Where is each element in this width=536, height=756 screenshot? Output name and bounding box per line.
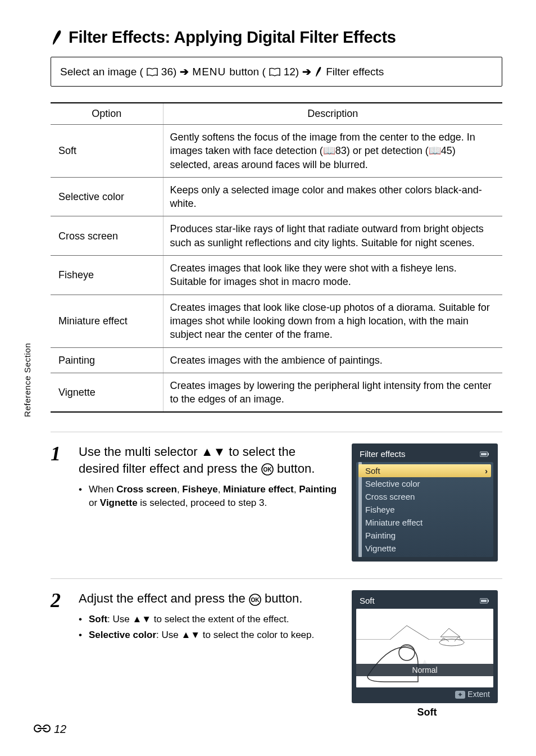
- table-row: FisheyeCreates images that look like the…: [51, 256, 502, 295]
- ok-button-icon: OK: [249, 594, 261, 606]
- brush-icon: [315, 66, 322, 78]
- preview-canvas: Normal: [356, 609, 493, 687]
- svg-rect-9: [481, 600, 487, 602]
- book-ref-icon: [269, 67, 280, 76]
- lcd2-footer: ✦Extent: [356, 687, 493, 699]
- opt: Soft: [51, 125, 163, 178]
- page-number: 12: [54, 723, 66, 736]
- desc: Creates images with the ambience of pain…: [163, 347, 502, 373]
- opt: Fisheye: [51, 256, 163, 295]
- step-1: 1 Use the multi selector ▲▼ to select th…: [51, 432, 502, 578]
- desc: Keeps only a selected image color and ma…: [163, 177, 502, 216]
- section-tab: Reference Section: [22, 343, 32, 417]
- link-icon: [34, 723, 51, 736]
- step-bullet: Soft: Use ▲▼ to select the extent of the…: [79, 613, 339, 626]
- table-row: Cross screenProduces star-like rays of l…: [51, 216, 502, 256]
- breadcrumb-ref2: 12): [284, 66, 299, 78]
- lcd-item[interactable]: Painting: [356, 529, 493, 542]
- table-row: PaintingCreates images with the ambience…: [51, 347, 502, 373]
- step-title: Adjust the effect and press the OK butto…: [79, 590, 339, 607]
- lcd-item-soft[interactable]: Soft: [358, 464, 491, 477]
- breadcrumb-ref1: 36): [161, 66, 176, 78]
- extent-bar[interactable]: Normal: [356, 664, 493, 676]
- book-ref-icon: [147, 67, 158, 76]
- lcd-item[interactable]: Fisheye: [356, 503, 493, 516]
- opt: Vignette: [51, 373, 163, 412]
- table-row: VignetteCreates images by lowering the p…: [51, 373, 502, 412]
- desc: Produces star-like rays of light that ra…: [163, 216, 502, 256]
- lcd-filter-list: Filter effects Soft Selective color Cros…: [352, 443, 498, 562]
- table-row: Selective colorKeeps only a selected ima…: [51, 177, 502, 216]
- brush-icon: [51, 29, 63, 46]
- step-title: Use the multi selector ▲▼ to select the …: [79, 443, 339, 477]
- page-title: Filter Effects: Applying Digital Filter …: [69, 28, 396, 47]
- arrow-icon: ➔: [302, 65, 311, 78]
- lcd-item[interactable]: Vignette: [356, 542, 493, 555]
- svg-text:OK: OK: [263, 467, 272, 473]
- desc: Creates images that look like close-up p…: [163, 295, 502, 347]
- table-row: SoftGently softens the focus of the imag…: [51, 125, 502, 178]
- extent-value: Normal: [412, 666, 437, 674]
- svg-text:OK: OK: [251, 597, 260, 603]
- lcd2-title: Soft: [360, 596, 375, 605]
- breadcrumb-text: Select an image (: [60, 66, 143, 78]
- lcd-title: Filter effects: [360, 449, 405, 459]
- ok-button-icon: OK: [261, 463, 274, 476]
- breadcrumb-filter: Filter effects: [326, 66, 384, 78]
- lcd-soft-preview: Soft: [352, 590, 498, 703]
- opt: Selective color: [51, 177, 163, 216]
- svg-rect-3: [488, 453, 489, 455]
- desc: Creates images that look like they were …: [163, 256, 502, 295]
- lcd-item[interactable]: Miniature effect: [356, 516, 493, 529]
- desc: Gently softens the focus of the image fr…: [163, 125, 502, 178]
- step-bullet: Selective color: Use ▲▼ to select the co…: [79, 628, 339, 642]
- breadcrumb-text2: button (: [229, 66, 265, 78]
- breadcrumb: Select an image ( 36) ➔ MENU button ( 12…: [51, 57, 502, 87]
- opt: Cross screen: [51, 216, 163, 256]
- svg-rect-8: [488, 600, 489, 602]
- opt: Miniature effect: [51, 295, 163, 347]
- step-bullet: When Cross screen, Fisheye, Miniature ef…: [79, 483, 339, 510]
- desc: Creates images by lowering the periphera…: [163, 373, 502, 412]
- step-2: 2 Adjust the effect and press the OK but…: [51, 578, 502, 735]
- lcd-item[interactable]: Cross screen: [356, 490, 493, 503]
- svg-rect-4: [481, 453, 487, 455]
- effects-table: Option Description SoftGently softens th…: [51, 102, 502, 413]
- table-row: Miniature effectCreates images that look…: [51, 295, 502, 347]
- menu-glyph: MENU: [192, 66, 226, 78]
- col-description: Description: [163, 103, 502, 125]
- battery-icon: [480, 449, 490, 459]
- opt: Painting: [51, 347, 163, 373]
- step-number: 1: [51, 443, 66, 562]
- step-number: 2: [51, 590, 66, 718]
- arrow-icon: ➔: [180, 65, 189, 78]
- battery-icon: [480, 596, 490, 605]
- lcd-item[interactable]: Selective color: [356, 477, 493, 490]
- preview-caption: Soft: [352, 707, 502, 718]
- col-option: Option: [51, 103, 163, 125]
- page-footer: 12: [34, 723, 66, 736]
- dpad-icon: ✦: [455, 691, 465, 699]
